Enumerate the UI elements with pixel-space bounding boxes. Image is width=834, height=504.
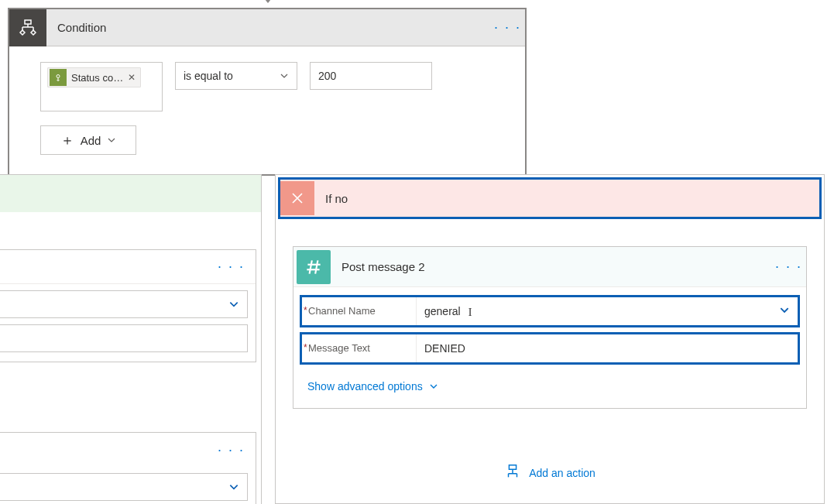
chevron-down-icon xyxy=(228,299,239,310)
token-remove-button[interactable]: ✕ xyxy=(123,72,140,83)
svg-marker-7 xyxy=(31,30,36,35)
if-no-header[interactable]: If no xyxy=(278,177,822,219)
condition-title: Condition xyxy=(46,21,494,34)
svg-marker-6 xyxy=(20,30,25,35)
svg-marker-0 xyxy=(262,0,274,3)
channel-name-row: * Channel Name general I xyxy=(300,295,800,327)
svg-line-12 xyxy=(315,260,317,273)
show-advanced-options[interactable]: Show advanced options xyxy=(297,369,803,399)
add-condition-button[interactable]: ＋ Add xyxy=(40,125,136,155)
token-badge-icon xyxy=(50,69,67,86)
if-no-panel: If no Post message 2 · · · * Channel Nam… xyxy=(275,174,825,504)
condition-value-input[interactable] xyxy=(310,62,432,90)
svg-rect-1 xyxy=(25,20,31,24)
if-yes-select-2[interactable] xyxy=(0,473,248,501)
if-yes-action-menu[interactable]: · · · xyxy=(214,259,245,275)
if-yes-header[interactable] xyxy=(0,175,261,212)
chevron-down-icon xyxy=(779,305,790,318)
connector-arrow-icon xyxy=(262,0,274,8)
message-text-value: DENIED xyxy=(424,342,465,355)
condition-card: Condition · · · Status co… ✕ is equal to xyxy=(8,8,527,176)
channel-name-label: * Channel Name xyxy=(302,297,417,325)
svg-rect-13 xyxy=(510,465,517,470)
message-text-label: * Message Text xyxy=(302,334,417,362)
if-yes-action-card[interactable]: · · · xyxy=(0,249,256,362)
add-an-action-button[interactable]: Add an action xyxy=(276,463,824,482)
if-yes-select[interactable] xyxy=(0,290,248,318)
chevron-down-icon xyxy=(280,71,289,81)
post-message-menu[interactable]: · · · xyxy=(775,259,806,275)
text-cursor-icon: I xyxy=(468,307,472,319)
condition-operator-select[interactable]: is equal to xyxy=(175,62,297,90)
if-yes-panel: · · · · · · xyxy=(0,174,262,504)
status-code-token[interactable]: Status co… ✕ xyxy=(47,67,141,87)
hash-icon xyxy=(297,250,331,284)
x-icon xyxy=(280,181,314,215)
if-yes-action-2-menu[interactable]: · · · xyxy=(214,442,245,458)
add-action-icon xyxy=(504,463,521,482)
condition-left-operand[interactable]: Status co… ✕ xyxy=(40,62,163,111)
channel-name-select[interactable]: general I xyxy=(417,297,798,325)
if-yes-action-card-2[interactable]: · · · xyxy=(0,432,256,504)
svg-line-11 xyxy=(310,260,312,273)
svg-point-8 xyxy=(57,75,60,78)
operator-value: is equal to xyxy=(184,70,233,82)
condition-body: Status co… ✕ is equal to ＋ Add xyxy=(9,46,525,174)
message-text-row: * Message Text DENIED xyxy=(300,332,800,365)
condition-menu-button[interactable]: · · · xyxy=(494,19,525,36)
message-text-input[interactable]: DENIED xyxy=(417,334,798,362)
chevron-down-icon xyxy=(228,482,239,492)
channel-name-value: general xyxy=(424,305,461,317)
condition-icon xyxy=(9,9,46,46)
post-message-title: Post message 2 xyxy=(331,260,775,273)
token-label: Status co… xyxy=(71,72,123,84)
add-label: Add xyxy=(81,134,101,147)
add-action-label: Add an action xyxy=(529,467,595,479)
chevron-down-icon xyxy=(107,135,116,145)
if-yes-text-input[interactable] xyxy=(0,324,248,352)
post-message-card: Post message 2 · · · * Channel Name gene… xyxy=(293,246,807,409)
chevron-down-icon xyxy=(429,382,438,391)
post-message-header[interactable]: Post message 2 · · · xyxy=(293,247,806,287)
if-no-title: If no xyxy=(314,192,348,205)
condition-header[interactable]: Condition · · · xyxy=(9,9,525,46)
